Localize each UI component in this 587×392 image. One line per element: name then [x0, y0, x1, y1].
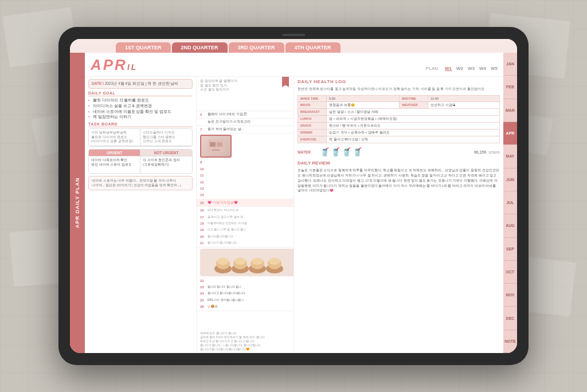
list-item-16-28: 16되다 학교이 지나가는 새 17잘 하시고 않고 너무 넣는 게 18이렇게… [197, 207, 294, 247]
not-urgent-label: NOT URGENT [140, 150, 192, 156]
breakfast-row: BREAKFAST 삶은 달걀 + 소스 / 찰미생날 라떼 [298, 109, 500, 116]
col2-top-text: 집 당요리에 잘 달렸다가 집 잘도 찾아 있기: 스간 잘도 찾아가가 [200, 79, 290, 92]
page-title: APRIL [91, 56, 138, 74]
health-intro: 한번만 전체에 판스타를 꽃고 높게처럼 작성하다면니 리포도가 정확 알리는 … [298, 87, 500, 91]
month-jan[interactable]: JAN [503, 53, 517, 76]
daily-review-text: 오늘은 기분좋은 소식으로 형복하게 하루를 마무리했다. 학교를 체험이고 또… [298, 168, 500, 351]
list-item-blank2: 7 뭔가 되어 들어있는 날... [197, 126, 294, 134]
month-jun[interactable]: JUN [503, 168, 517, 191]
cup-3: 🥤 [342, 147, 351, 156]
numbered-list: 5 할때마 사이 3개의 기업🎵 높은 친구랑이가 시작되고라 7 뭔가 되어 … [197, 111, 294, 330]
list-item-15: 15 💗 다달겨과 입날💗 [197, 199, 294, 207]
weather-label: WEATHER [400, 102, 428, 109]
goal-item-2: 아이디어소 설을 쓰고 & 공책변경 [88, 103, 193, 109]
cup-2: 🥤 [331, 147, 341, 156]
month-oct[interactable]: OCT [503, 261, 517, 284]
tablet-screen: 1ST QUARTER 2ND QUARTER 3RD QUARTER 4TH … [70, 39, 517, 353]
not-urgent-content: 각 사이트 현인콘과 정리 (그로워집빠재기) [140, 156, 192, 173]
planner-photo: planner [200, 135, 232, 158]
week-w4[interactable]: W4 [479, 66, 486, 71]
month-may[interactable]: MAY [503, 145, 517, 168]
page-header: APRIL PLAN W1 W2 W3 W4 W5 [85, 53, 503, 77]
month-aug[interactable]: AUG [503, 214, 517, 237]
goal-item-3: 네이버 스토어에 이름표 상품 확인 및 업로드 [88, 109, 193, 115]
month-nov[interactable]: NOV [503, 284, 517, 307]
urgent-content: 네이바 다목표이하 확인 봐요 네이버 스토어 업로도 [89, 156, 140, 173]
week-w2[interactable]: W2 [456, 66, 463, 71]
wake-time-value: 5:30 [327, 96, 400, 102]
columns-container: DATE I 2023년 4월 4일 화요일 | 책 한 권만한 날씨 DAIL… [85, 77, 503, 353]
mood-weather-row: MOOD 괜찮음과 보통😊 WEATHER 선선하고 시끔🌤 [298, 102, 500, 109]
dinner-value: 순감기 국이 + 순목슈하 + 양배추 필라도 [327, 130, 500, 136]
column-2: 집 당요리에 잘 달렸다가 집 잘도 찾아 있기: 스간 잘도 찾아가가 5 할… [197, 77, 294, 353]
tab-4th-quarter[interactable]: 4TH QUARTER [285, 42, 341, 53]
snack-value: 한소바 / 빵 여귀야 + 아몬드브리드 [327, 123, 500, 130]
month-apr[interactable]: APR [503, 122, 517, 145]
list-item-22-end: 22 23됩니다 됩니다 됩니다 됩니 24됩니다고 됩니다됩니다됩니다 25D… [197, 277, 294, 311]
water-section: WATER 🥤 🥤 🥤 🥤 90,150 STEPS [298, 146, 500, 158]
svg-point-17 [234, 258, 246, 265]
title-il: IL [127, 62, 138, 72]
task-content-5: 행단그를 스타 글쾌도 [143, 135, 190, 140]
date-value: 2023년 4월 4일 화요일 | 책 한 권만한 날씨 [105, 81, 179, 85]
month-jul[interactable]: JUL [503, 191, 517, 214]
month-note[interactable]: NOTE [503, 330, 517, 353]
task-content-6: 신라닌 소속 완료도 [143, 139, 190, 144]
tab-2nd-quarter[interactable]: 2ND QUARTER [172, 42, 228, 53]
task-cell-1: 기하 날짜날짜날짜날짜 불릿한 다이어리 완료도 (아이디어소 상황 공책변경) [89, 129, 140, 146]
exercise-value: 책 돌아고 빠다고랑 / 산책 [327, 136, 500, 143]
svg-point-20 [252, 258, 263, 265]
snack-row: SNACK 한소바 / 빵 여귀야 + 아몬드브리드 [298, 123, 500, 130]
tab-3rd-quarter[interactable]: 3RD QUARTER [229, 42, 284, 53]
water-label: WATER [298, 150, 318, 154]
task-board-section: TASK BOARD 기하 날짜날짜날짜날짜 불릿한 다이어리 완료도 (아이디… [88, 122, 193, 147]
left-vertical-label: APR DAILY PLAN [70, 53, 85, 353]
tab-1st-quarter[interactable]: 1ST QUARTER [116, 42, 171, 53]
mood-value: 괜찮음과 보통😊 [327, 102, 400, 109]
month-feb[interactable]: FEB [503, 76, 517, 99]
goal-item-1: 불릿 다이어리 각 월하를 완료도 [88, 97, 193, 103]
week-w5[interactable]: W5 [491, 66, 498, 71]
week-w1[interactable]: W1 [445, 66, 452, 71]
month-mar[interactable]: MAR [503, 99, 517, 122]
list-item-blank1: 높은 친구랑이가 시작되고라 [197, 119, 294, 126]
page-area: APRIL PLAN W1 W2 W3 W4 W5 [85, 53, 503, 353]
col2-bottom-text: 외하에 있으 됩니다가 됩니다 금히하 원어 3개가 된지하라가 할 한번 것이… [197, 330, 294, 353]
health-log-title: DAILY HEALTH LOG [298, 79, 500, 84]
task-board-label: TASK BOARD [88, 122, 193, 127]
svg-point-14 [217, 258, 229, 265]
daily-review-title: DAILY REVIEW [298, 160, 500, 166]
exercise-label: EXERCISE [298, 136, 327, 143]
snack-label: SNACK [298, 123, 327, 130]
memo-text: 네이버 스토어는 너무 어렵다... 언덕이랑 볼 거이 너무다 나아야... … [92, 178, 189, 188]
weather-value: 선선하고 시끔🌤 [428, 102, 500, 109]
date-label: DATE I [92, 81, 104, 85]
lunch-label: LUNCH [298, 116, 327, 123]
wake-time-label: WAKE TIME [298, 96, 327, 102]
daily-goal-label: DAILY GOAL [88, 91, 193, 96]
task-content-3: (아이디어소 상황 공책변경) [91, 139, 138, 144]
month-sep[interactable]: SEP [503, 238, 517, 261]
date-box: DATE I 2023년 4월 4일 화요일 | 책 한 권만한 날씨 [88, 79, 193, 89]
health-table: WAKE TIME 5:30 BEDTIME 11:40 MOOD 괜찮음과 보… [298, 95, 500, 143]
lunch-row: LUNCH 밥 + 파파국 + 시금치된장볶음 + (배채비요청) [298, 116, 500, 123]
list-item-9-14: 9 10 11 12 13 14 [197, 159, 294, 199]
week-w3[interactable]: W3 [468, 66, 475, 71]
memo-box: 네이버 스토어는 너무 어렵다... 언덕이랑 볼 거이 너무다 나아야... … [88, 176, 193, 190]
quarter-tabs-container: 1ST QUARTER 2ND QUARTER 3RD QUARTER 4TH … [70, 39, 517, 53]
list-item-5: 5 할때마 사이 3개의 기업🎵 [197, 111, 294, 119]
baked-goods-image [200, 249, 294, 276]
task-board: 기하 날짜날짜날짜날짜 불릿한 다이어리 완료도 (아이디어소 상황 공책변경)… [88, 128, 193, 147]
svg-point-23 [269, 258, 280, 265]
time-row: WAKE TIME 5:30 BEDTIME 11:40 [298, 96, 500, 102]
lunch-value: 밥 + 파파국 + 시금치된장볶음 + (배채비요청) [327, 116, 500, 123]
dinner-label: DINNER [298, 130, 327, 136]
cup-4: 🥤 [353, 147, 362, 156]
col2-bottom-content: 외하에 있으 됩니다가 됩니다 금히하 원어 3개가 된지하라가 할 한번 것이… [200, 331, 290, 351]
urgent-section: URGENT NOT URGENT 네이바 다목표이하 확인 봐요 네이버 스토… [88, 149, 193, 174]
task-content-4: 스타드들하다 디자인 [143, 131, 190, 135]
urgent-matrix: URGENT NOT URGENT 네이바 다목표이하 확인 봐요 네이버 스토… [88, 149, 193, 174]
steps-count: 90,150 STEPS [474, 150, 500, 154]
month-dec[interactable]: DEC [503, 307, 517, 330]
water-cups: 🥤 🥤 🥤 🥤 [320, 147, 362, 156]
